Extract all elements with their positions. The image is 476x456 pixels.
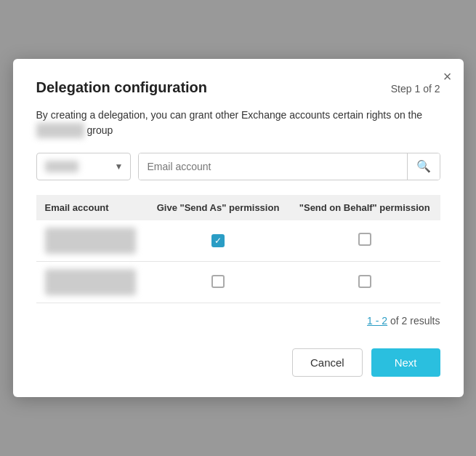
- email-cell: exchange@example2.de: [36, 262, 148, 303]
- email-cell: exchange@example1.de: [36, 220, 148, 262]
- modal-title: Delegation configuration: [36, 79, 208, 96]
- send-as-checkbox[interactable]: ✓: [211, 234, 225, 247]
- table-header-row: Email account Give "Send As" permission …: [36, 195, 440, 220]
- results-link[interactable]: 1 - 2: [367, 315, 387, 327]
- send-as-cell: [147, 262, 289, 303]
- email-blurred: exchange@example1.de: [45, 228, 137, 254]
- cancel-button[interactable]: Cancel: [292, 348, 363, 377]
- delegation-modal: × Delegation configuration Step 1 of 2 B…: [13, 59, 464, 398]
- modal-header: Delegation configuration Step 1 of 2: [36, 79, 440, 96]
- controls-row: ▼ 🔍: [36, 153, 440, 180]
- col-send-as-header: Give "Send As" permission: [147, 195, 289, 220]
- col-email-header: Email account: [36, 195, 148, 220]
- description-text-after: group: [87, 124, 113, 136]
- send-as-cell: ✓: [147, 220, 289, 262]
- search-input[interactable]: [139, 153, 407, 180]
- send-on-behalf-checkbox[interactable]: [358, 275, 371, 288]
- domain-select[interactable]: [36, 153, 131, 180]
- col-send-on-behalf-header: "Send on Behalf" permission: [289, 195, 440, 220]
- description: By creating a delegation, you can grant …: [36, 108, 440, 138]
- search-button[interactable]: 🔍: [407, 153, 440, 180]
- group-email-blurred: [36, 123, 84, 138]
- results-suffix: of 2 results: [390, 315, 440, 327]
- send-on-behalf-cell: [289, 262, 440, 303]
- table-row: exchange@example1.de✓: [36, 220, 440, 262]
- send-on-behalf-checkbox[interactable]: [358, 233, 371, 246]
- send-on-behalf-cell: [289, 220, 440, 262]
- search-icon: 🔍: [416, 160, 431, 172]
- table-row: exchange@example2.de: [36, 262, 440, 303]
- domain-dropdown-wrapper: ▼: [36, 153, 131, 180]
- footer-buttons: Cancel Next: [36, 348, 440, 377]
- description-text-before: By creating a delegation, you can grant …: [36, 109, 423, 121]
- results-row: 1 - 2 of 2 results: [36, 315, 440, 327]
- next-button[interactable]: Next: [371, 348, 440, 377]
- send-as-checkbox[interactable]: [211, 275, 225, 288]
- search-wrapper: 🔍: [138, 153, 440, 180]
- permissions-table: Email account Give "Send As" permission …: [36, 195, 440, 304]
- close-button[interactable]: ×: [443, 69, 452, 84]
- step-indicator: Step 1 of 2: [391, 83, 440, 95]
- email-blurred: exchange@example2.de: [45, 269, 137, 295]
